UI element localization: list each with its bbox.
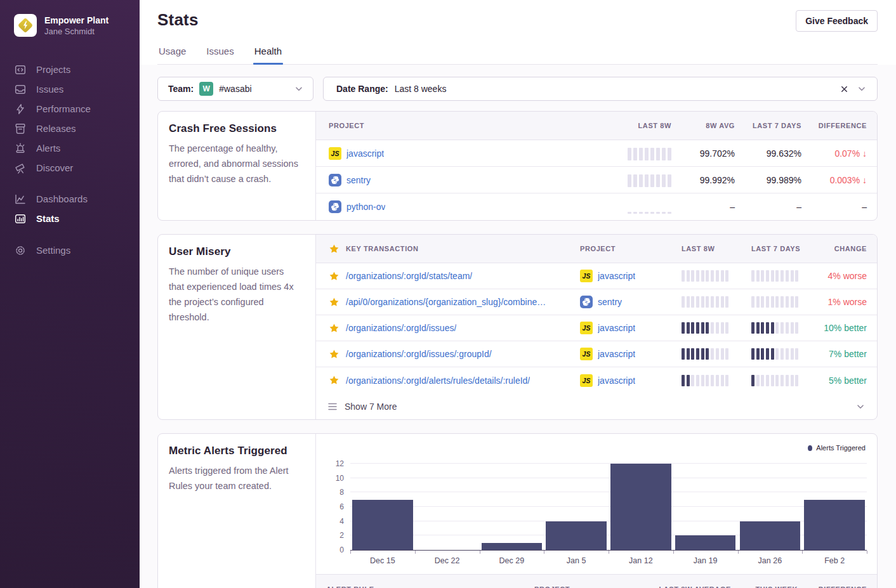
user-misery-title: User Misery (169, 245, 301, 258)
project-link[interactable]: javascript (346, 148, 384, 159)
give-feedback-button[interactable]: Give Feedback (796, 10, 878, 32)
star-icon[interactable] (329, 323, 339, 334)
user-misery-table-header: Key Transaction Project Last 8W Last 7 D… (316, 235, 877, 263)
score-bar (682, 374, 751, 387)
bar (482, 543, 543, 550)
transaction-link[interactable]: /organizations/:orgId/issues/ (346, 323, 456, 333)
x-axis-tick (480, 551, 480, 554)
tab-usage[interactable]: Usage (157, 46, 187, 64)
x-axis-tick (802, 551, 803, 554)
score-bar (751, 322, 821, 334)
discover-icon (14, 162, 26, 174)
org-switcher[interactable]: Empower Plant Jane Schmidt (14, 14, 140, 37)
score-bar (751, 374, 821, 387)
chart-legend: Alerts Triggered (808, 444, 866, 452)
page-title: Stats (157, 10, 199, 30)
project-link[interactable]: python-ov (346, 202, 385, 212)
chevron-down-icon[interactable] (857, 84, 867, 94)
stats-icon (14, 212, 26, 225)
metric-alerts-card: Metric Alerts Triggered Alerts triggered… (157, 433, 878, 588)
page-header: Stats Give Feedback UsageIssuesHealth (140, 0, 896, 65)
tab-health[interactable]: Health (253, 46, 283, 64)
star-icon[interactable] (329, 349, 339, 360)
app-root: Empower Plant Jane Schmidt ProjectsIssue… (0, 0, 896, 588)
metric-alerts-subtitle: Alerts triggered from the Alert Rules yo… (169, 463, 301, 493)
sidebar-item-performance[interactable]: Performance (14, 99, 140, 119)
sidebar-item-projects[interactable]: Projects (14, 60, 140, 79)
last7-value: 99.632% (767, 148, 801, 159)
alerts-triggered-chart: Alerts Triggered 024681012 Dec 15Dec 22D… (316, 434, 877, 574)
sidebar-item-label: Dashboards (36, 193, 88, 204)
project-link[interactable]: sentry (346, 175, 371, 185)
score-bar (751, 296, 821, 308)
nav-group-gap (14, 228, 140, 240)
chevron-down-icon (294, 84, 304, 94)
project-link[interactable]: javascript (598, 349, 635, 359)
sidebar-item-label: Releases (36, 123, 76, 134)
difference-value: 0.003% ↓ (830, 175, 867, 185)
releases-icon (14, 122, 26, 134)
date-range-value: Last 8 weeks (395, 84, 832, 94)
transaction-link[interactable]: /organizations/:orgId/stats/team/ (346, 271, 472, 281)
chart-x-axis: Dec 15Dec 22Dec 29Jan 5Jan 12Jan 19Jan 2… (350, 551, 867, 565)
javascript-project-icon: JS (580, 374, 593, 387)
x-axis-tick (609, 551, 609, 554)
nav-group-gap (14, 178, 140, 189)
javascript-project-icon: JS (329, 147, 341, 160)
col-last-7-days: Last 7 Days (753, 122, 801, 129)
col-difference: Difference (819, 585, 867, 588)
team-avatar: W (199, 82, 213, 96)
project-link[interactable]: sentry (598, 297, 622, 307)
transaction-link[interactable]: /organizations/:orgId/issues/:groupId/ (346, 349, 492, 359)
user-misery-row: /organizations/:orgId/issues/JSjavascrip… (316, 315, 877, 341)
star-icon[interactable] (329, 297, 339, 308)
project-link[interactable]: javascript (598, 376, 635, 386)
transaction-link[interactable]: /organizations/:orgId/alerts/rules/detai… (346, 376, 530, 386)
sidebar-item-dashboards[interactable]: Dashboards (14, 189, 140, 209)
star-icon[interactable] (329, 375, 339, 386)
crash-free-row: JSjavascript99.702%99.632%0.07% ↓ (316, 140, 877, 167)
issues-icon (14, 83, 26, 95)
show-more-button[interactable]: Show 7 More (316, 393, 877, 419)
metric-alerts-title: Metric Alerts Triggered (169, 445, 301, 457)
sidebar-item-label: Performance (36, 103, 91, 114)
sidebar-item-stats[interactable]: Stats (14, 209, 140, 228)
javascript-project-icon: JS (580, 348, 593, 360)
team-selector[interactable]: Team: W #wasabi (157, 77, 313, 101)
col-difference: Difference (819, 122, 867, 129)
x-axis-label: Dec 15 (350, 556, 415, 565)
clear-date-button[interactable] (838, 83, 850, 95)
show-more-label: Show 7 More (345, 402, 848, 412)
sidebar-item-settings[interactable]: Settings (14, 240, 140, 260)
change-value: 5% better (829, 376, 867, 386)
filter-bar: Team: W #wasabi Date Range: Last 8 weeks (157, 77, 878, 101)
col-alert-rule: Alert Rule (326, 585, 534, 588)
javascript-project-icon: JS (580, 270, 593, 282)
sparkline (628, 173, 671, 187)
project-link[interactable]: javascript (598, 271, 635, 281)
sparkline (628, 147, 671, 160)
last7-value: 99.989% (767, 175, 801, 185)
x-axis-tick (738, 551, 739, 554)
legend-label: Alerts Triggered (816, 444, 866, 452)
crash-free-title: Crash Free Sessions (169, 122, 301, 135)
y-axis-tick-label: 10 (326, 474, 344, 483)
date-range-selector[interactable]: Date Range: Last 8 weeks (323, 77, 878, 101)
alerts-icon (14, 142, 26, 154)
sidebar-item-alerts[interactable]: Alerts (14, 138, 140, 158)
transaction-link[interactable]: /api/0/organizations/{organization_slug}… (346, 297, 546, 307)
sidebar-item-discover[interactable]: Discover (14, 158, 140, 178)
y-axis-tick-label: 6 (326, 502, 344, 511)
bar (546, 521, 607, 550)
col-last-8w: Last 8W (682, 245, 751, 252)
tab-issues[interactable]: Issues (205, 46, 235, 64)
sidebar-item-issues[interactable]: Issues (14, 79, 140, 99)
user-misery-row: /organizations/:orgId/alerts/rules/detai… (316, 367, 877, 393)
user-misery-rows: /organizations/:orgId/stats/team/JSjavas… (316, 263, 877, 393)
score-bar (682, 296, 751, 308)
change-value: 4% worse (828, 271, 867, 281)
project-link[interactable]: javascript (598, 323, 635, 333)
performance-icon (14, 103, 26, 115)
star-icon[interactable] (329, 271, 339, 282)
sidebar-item-releases[interactable]: Releases (14, 119, 140, 138)
